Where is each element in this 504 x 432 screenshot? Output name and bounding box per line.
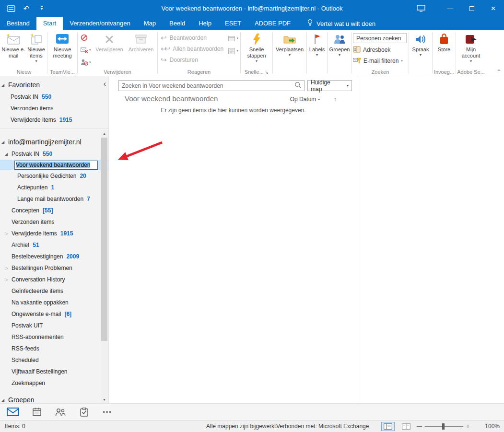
address-book-button[interactable]: Adresboek bbox=[353, 45, 390, 55]
close-button[interactable]: × bbox=[482, 0, 504, 17]
forward-button[interactable]: ↪ Doorsturen bbox=[161, 55, 198, 65]
folder-item[interactable]: Na vakantie oppakken bbox=[0, 297, 108, 308]
favorite-item-verwijderde-items[interactable]: Verwijderde items 1915 bbox=[0, 114, 108, 126]
groups-header[interactable]: ◢ Groepen bbox=[0, 394, 108, 403]
folder-item[interactable]: Archief 51 bbox=[0, 239, 108, 251]
folder-item-postvak-in[interactable]: ◢ Postvak IN 550 bbox=[0, 148, 108, 160]
folder-item[interactable]: RSS-feeds bbox=[0, 343, 108, 354]
expand-icon[interactable]: ◢ bbox=[1, 140, 8, 144]
people-nav-icon[interactable] bbox=[55, 406, 66, 418]
reply-button[interactable]: ↩ Beantwoorden bbox=[161, 33, 207, 43]
meeting-reply-button[interactable]: ▾ bbox=[228, 34, 238, 43]
expand-icon[interactable]: ▷ bbox=[5, 231, 12, 236]
more-respond-actions-button[interactable]: ▾ bbox=[228, 47, 238, 55]
move-button[interactable]: Verplaatsen ▾ bbox=[274, 31, 305, 67]
scroll-up-icon[interactable]: ▲ bbox=[101, 130, 108, 137]
touch-mode-icon[interactable] bbox=[7, 4, 15, 13]
folder-item[interactable]: Vijftwaalf Bestellingen bbox=[0, 366, 108, 377]
tab-map[interactable]: Map bbox=[137, 17, 163, 30]
archive-button[interactable]: Archiveren bbox=[126, 31, 156, 67]
groups-button[interactable]: Groepen ▾ bbox=[328, 31, 351, 67]
quick-steps-button[interactable]: Snelle stappen ▾ bbox=[243, 31, 270, 67]
favorite-item-verzonden-items[interactable]: Verzonden items bbox=[0, 103, 108, 114]
new-items-button[interactable]: Nieuwe items ▾ bbox=[26, 31, 47, 67]
search-scope-dropdown[interactable]: Huidige map ▾ bbox=[307, 80, 352, 91]
folder-item[interactable]: Persoonlijke Gedichten 20 bbox=[0, 170, 108, 182]
favorite-item-postvak-in[interactable]: Postvak IN 550 bbox=[0, 91, 108, 103]
negeren-button[interactable] bbox=[81, 33, 91, 42]
filter-email-button[interactable]: E-mail filteren ▾ bbox=[353, 56, 403, 66]
tab-eset[interactable]: ESET bbox=[218, 17, 248, 30]
minimize-folder-pane-icon[interactable]: ‹ bbox=[104, 81, 106, 87]
folder-item[interactable]: Postvak UIT bbox=[0, 320, 108, 331]
scroll-down-icon[interactable]: ▼ bbox=[101, 396, 108, 403]
folder-pane-scrollbar[interactable]: ▲ ▼ bbox=[101, 130, 108, 403]
calendar-nav-icon[interactable] bbox=[31, 406, 43, 418]
folder-item[interactable]: Ongewenste e-mail [6] bbox=[0, 308, 108, 320]
people-search-box[interactable]: Personen zoeken bbox=[353, 33, 407, 43]
zoom-level[interactable]: 100% bbox=[485, 423, 500, 430]
ongewenste-email-button[interactable]: ▾ bbox=[81, 58, 91, 67]
tab-verzenden-ontvangen[interactable]: Verzenden/ontvangen bbox=[63, 17, 137, 30]
reading-view-button[interactable] bbox=[400, 422, 412, 431]
folder-item[interactable]: ▷ Bestellingen Problemen bbox=[0, 262, 108, 274]
zoom-in-button[interactable]: + bbox=[466, 422, 470, 430]
normal-view-button[interactable] bbox=[382, 422, 394, 431]
expand-icon[interactable]: ◢ bbox=[1, 398, 8, 402]
favorites-header[interactable]: ◢ Favorieten bbox=[0, 79, 108, 91]
folder-item[interactable]: Verzonden items bbox=[0, 216, 108, 228]
zoom-slider-thumb[interactable] bbox=[442, 423, 445, 430]
zoom-out-button[interactable]: — bbox=[417, 423, 422, 429]
sort-direction-button[interactable]: ↑ bbox=[334, 95, 337, 103]
reply-all-button[interactable]: ↩↩ Allen beantwoorden bbox=[161, 44, 223, 54]
undo-icon[interactable]: ↶ bbox=[22, 4, 31, 13]
tasks-nav-icon[interactable] bbox=[78, 406, 90, 418]
tab-help[interactable]: Help bbox=[192, 17, 218, 30]
expand-icon[interactable]: ▷ bbox=[5, 277, 12, 282]
expand-icon[interactable]: ◢ bbox=[1, 83, 8, 87]
store-button[interactable]: Store bbox=[434, 31, 455, 67]
folder-item[interactable]: ▷ Verwijderde items 1915 bbox=[0, 228, 108, 239]
search-icon[interactable] bbox=[294, 82, 301, 90]
speech-button[interactable]: Spraak ▾ bbox=[410, 31, 431, 67]
folder-item[interactable]: ▷ Conversation History bbox=[0, 274, 108, 285]
tags-button[interactable]: Labels ▾ bbox=[307, 31, 327, 67]
dropdown-icon: ▾ bbox=[256, 59, 258, 63]
folder-item[interactable]: Zoekmappen bbox=[0, 377, 108, 389]
folder-item[interactable]: Bestelbevestigingen 2009 bbox=[0, 251, 108, 262]
display-settings-icon[interactable] bbox=[410, 0, 432, 17]
folder-item[interactable]: Lange mail beantwoorden 7 bbox=[0, 193, 108, 205]
maximize-button[interactable] bbox=[461, 0, 482, 17]
mail-nav-icon[interactable] bbox=[7, 406, 19, 418]
tab-bestand[interactable]: Bestand bbox=[0, 17, 36, 30]
scrollbar-thumb[interactable] bbox=[101, 138, 107, 341]
expand-icon[interactable]: ◢ bbox=[5, 152, 12, 156]
opschonen-button[interactable]: ▾ bbox=[81, 46, 91, 54]
expand-icon[interactable]: ▷ bbox=[5, 266, 12, 270]
new-meeting-button[interactable]: Nieuwe meeting bbox=[48, 31, 76, 67]
my-account-button[interactable]: Mijn account ▾ bbox=[457, 31, 485, 67]
folder-item[interactable]: Scheduled bbox=[0, 354, 108, 366]
account-header[interactable]: ◢ info@martingijzemijter.nl bbox=[0, 136, 108, 148]
folder-item[interactable]: Actiepunten 1 bbox=[0, 182, 108, 193]
tab-adobe-pdf[interactable]: ADOBE PDF bbox=[248, 17, 297, 30]
folder-rename-input[interactable]: Voor weekend beantwoorden bbox=[14, 161, 98, 170]
folder-item[interactable]: Geïnfecteerde items bbox=[0, 285, 108, 297]
folder-item[interactable]: RSS-abonnementen bbox=[0, 331, 108, 343]
tab-beeld[interactable]: Beeld bbox=[163, 17, 192, 30]
delete-button[interactable]: Verwijderen bbox=[94, 31, 125, 67]
tell-me-box[interactable]: Vertel wat u wilt doen bbox=[307, 17, 375, 30]
search-input[interactable]: Zoeken in Voor weekend beantwoorden bbox=[118, 80, 305, 91]
folder-name: Lange mail beantwoorden bbox=[17, 196, 83, 202]
collapse-ribbon-icon[interactable]: › bbox=[494, 69, 502, 71]
dialog-launcher-icon[interactable]: ↘ bbox=[265, 70, 269, 75]
sort-dropdown[interactable]: Op Datum › bbox=[290, 96, 320, 103]
more-apps-icon[interactable]: ••• bbox=[102, 406, 113, 418]
tab-start[interactable]: Start bbox=[36, 17, 63, 30]
ribbon-group-reageren: ↩ Beantwoorden ↩↩ Allen beantwoorden ↪ D… bbox=[158, 30, 240, 76]
group-label-text: Snelle... bbox=[245, 69, 264, 75]
minimize-button[interactable]: — bbox=[439, 0, 461, 17]
customize-quick-access-icon[interactable]: ▾ bbox=[37, 4, 46, 13]
folder-item[interactable]: Concepten [55] bbox=[0, 205, 108, 216]
new-email-button[interactable]: Nieuwe e-mail bbox=[1, 31, 25, 67]
